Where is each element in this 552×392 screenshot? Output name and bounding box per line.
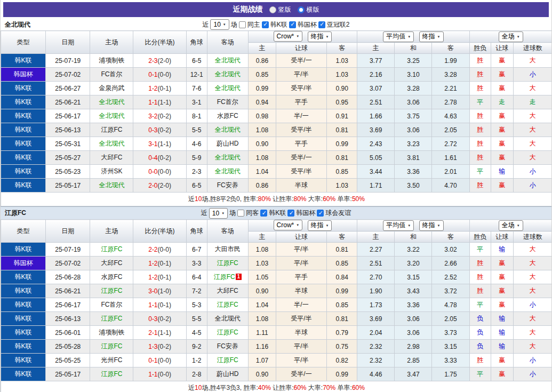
goals-result: 走 [513, 95, 552, 109]
layout-option-vertical[interactable]: 竖版 [269, 5, 291, 14]
bookmaker-select[interactable]: Crow* [274, 31, 303, 42]
league-type-badge: 韩K联 [1, 82, 46, 95]
corner-count: 3-1 [186, 95, 207, 109]
halftime-score: (0-0) [158, 71, 171, 78]
summary-segment: 10 [195, 384, 202, 391]
radio-vertical-label: 竖版 [278, 5, 291, 14]
summary-segment: 80% [293, 195, 306, 203]
home-team: 浦项制铁 [90, 326, 133, 340]
match-row: 韩K联25-06-13江原FC0-3(0-2)5-5全北现代1.08受平/半0.… [1, 123, 552, 137]
league-type-badge: 韩K联 [1, 109, 46, 123]
summary-segment: 60% [293, 384, 306, 391]
corner-count: 6-4 [186, 270, 207, 284]
col-score: 比分(半场) [133, 31, 186, 54]
wdl-result: 胜 [469, 354, 491, 367]
radio-horizontal-icon[interactable] [298, 6, 305, 13]
home-team: FC首尔 [90, 68, 133, 82]
match-score: 2-1(1-1) [133, 326, 186, 340]
league-checkbox-kleague[interactable] [262, 21, 269, 28]
league-checkbox-kleague[interactable] [260, 210, 267, 217]
handicap-line: 受平/半 [276, 123, 326, 137]
average-select[interactable]: 平均值 [383, 220, 414, 231]
section-filter-bar: 全北现代 近 10 场 同主 韩K联 韩国杯 亚冠联2 [1, 19, 551, 30]
average-select[interactable]: 平均值 [383, 31, 414, 42]
final-odds-select-2[interactable]: 终指 [419, 220, 444, 231]
full-match-select[interactable]: 全场 [499, 31, 523, 42]
away-team: 大邱FC [207, 284, 248, 298]
match-score: 3-0(1-0) [133, 284, 186, 298]
handicap-result: 赢 [491, 354, 513, 367]
away-team: 全北现代 [207, 68, 248, 82]
league-checkbox-cup[interactable] [287, 210, 294, 217]
league-checkbox-acl[interactable] [318, 21, 325, 28]
handicap-line: 半球 [276, 179, 326, 193]
final-odds-select[interactable]: 终指 [308, 220, 332, 231]
wdl-result: 胜 [469, 284, 491, 298]
avg-home-odds: 2.32 [357, 354, 395, 367]
corner-count: 2-8 [186, 367, 207, 381]
red-card-badge: 1 [236, 274, 242, 280]
radio-vertical-icon[interactable] [269, 6, 276, 13]
avg-away-odds: 2.78 [432, 95, 469, 109]
handicap-result: 赢 [491, 68, 513, 82]
final-odds-select[interactable]: 终指 [308, 31, 332, 42]
away-team: 大田市民 [207, 243, 248, 257]
final-odds-select-2[interactable]: 终指 [419, 31, 444, 42]
away-team: 江原FC [207, 257, 248, 270]
bookmaker-select[interactable]: Crow* [274, 220, 303, 230]
league-checkbox-cup[interactable] [289, 21, 296, 28]
same-venue-checkbox[interactable] [239, 21, 246, 28]
avg-home-odds: 5.05 [357, 151, 395, 165]
handicap-line: 半球 [276, 326, 326, 340]
page-title: 近期战绩 [233, 5, 263, 14]
avg-away-odds: 1.61 [432, 151, 469, 165]
home-team: 全北现代 [90, 109, 133, 123]
match-date: 25-06-27 [46, 82, 90, 95]
handicap-line: 平手 [276, 270, 326, 284]
match-count-select[interactable]: 10 [209, 208, 228, 219]
handicap-result: 赢 [491, 367, 513, 381]
corner-count: 4-5 [186, 326, 207, 340]
avg-home-odds: 3.69 [357, 312, 395, 326]
fulltime-score: 1-3 [148, 343, 157, 350]
col-type: 类型 [1, 220, 46, 243]
match-date: 25-05-23 [46, 165, 90, 179]
home-team: 全北现代 [90, 95, 133, 109]
recent-results-page: 近期战绩 竖版 横版 全北现代 近 10 场 同主 韩K联 韩国杯 亚冠联2 [0, 0, 552, 392]
home-team: 江原FC [90, 284, 133, 298]
summary-segment: 近 [188, 384, 195, 391]
fulltime-score: 1-2 [148, 274, 157, 281]
avg-draw-odds: 3.47 [395, 367, 432, 381]
away-team: 全北现代 [207, 54, 248, 68]
avg-draw-odds: 2.85 [395, 354, 432, 367]
wdl-result: 负 [469, 312, 491, 326]
fullmatch-group-header: 全场 [469, 31, 552, 43]
fulltime-score: 1-1 [148, 371, 157, 378]
match-count-select[interactable]: 10 [210, 19, 229, 30]
layout-option-horizontal[interactable]: 横版 [298, 5, 319, 14]
away-odds: 0.91 [327, 109, 357, 123]
home-team: 江原FC [90, 243, 133, 257]
corner-count: 5-9 [186, 151, 207, 165]
home-odds: 1.08 [248, 312, 276, 326]
same-venue-label: 同客 [246, 209, 259, 218]
halftime-score: (0-0) [158, 246, 171, 253]
same-venue-checkbox[interactable] [237, 210, 244, 217]
league-type-badge: 韩K联 [1, 179, 46, 193]
fulltime-score: 3-1 [148, 140, 157, 148]
halftime-score: (1-0) [158, 287, 171, 295]
summary-segment: 大率: [307, 195, 323, 203]
full-match-select[interactable]: 全场 [499, 220, 523, 231]
match-row: 韩国杯25-07-02FC首尔0-1(0-0)12-1全北现代0.85平/半1.… [1, 68, 552, 82]
avg-home-odds: 3.07 [357, 82, 395, 95]
match-score: 1-1(0-1) [133, 298, 186, 312]
league-checkbox-friendly[interactable] [317, 210, 324, 217]
wdl-result: 平 [469, 95, 491, 109]
col-avg-draw: 和 [395, 231, 432, 243]
avg-away-odds: 2.21 [432, 82, 469, 95]
col-handicap: 让球 [276, 43, 326, 54]
home-team: 全北现代 [90, 179, 133, 193]
results-table-jeonbuk: 类型 日期 主场 比分(半场) 角球 客场 Crow* 终指 平均值 终指 全场 [1, 30, 552, 206]
halftime-score: (0-0) [158, 357, 171, 364]
fulltime-score: 0-1 [148, 71, 157, 78]
